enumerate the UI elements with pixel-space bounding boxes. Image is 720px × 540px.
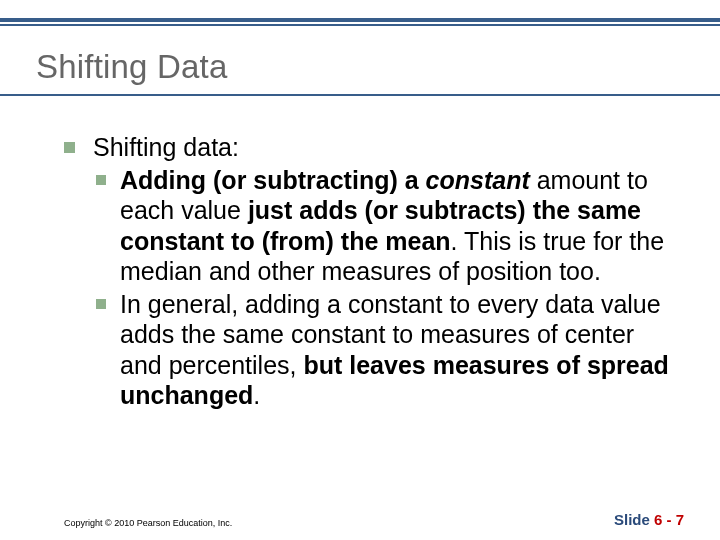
content-area: Shifting data: Adding (or subtracting) a… <box>0 96 720 411</box>
slide-number: Slide 6 - 7 <box>614 511 684 528</box>
slide-num: 6 - 7 <box>654 511 684 528</box>
sub2-part-c: . <box>253 381 260 409</box>
square-bullet-icon <box>64 142 75 153</box>
sub1-part-b: constant <box>426 166 530 194</box>
slide-title: Shifting Data <box>36 48 684 86</box>
slide-label: Slide <box>614 511 654 528</box>
bullet-level1: Shifting data: <box>64 132 676 163</box>
sub-bullet-2: In general, adding a constant to every d… <box>96 289 676 411</box>
sub1-part-a: Adding (or subtracting) a <box>120 166 426 194</box>
top-bar <box>0 0 720 22</box>
sub-bullets: Adding (or subtracting) a constant amoun… <box>96 165 676 411</box>
footer: Copyright © 2010 Pearson Education, Inc.… <box>0 511 720 528</box>
square-bullet-icon <box>96 299 106 309</box>
sub2-text: In general, adding a constant to every d… <box>120 289 676 411</box>
title-area: Shifting Data <box>0 26 720 96</box>
copyright-text: Copyright © 2010 Pearson Education, Inc. <box>64 518 232 528</box>
square-bullet-icon <box>96 175 106 185</box>
sub-bullet-1: Adding (or subtracting) a constant amoun… <box>96 165 676 287</box>
sub1-text: Adding (or subtracting) a constant amoun… <box>120 165 676 287</box>
bullet1-text: Shifting data: <box>93 132 239 163</box>
